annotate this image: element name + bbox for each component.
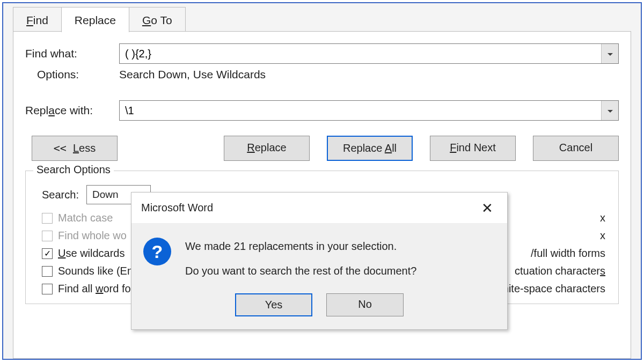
search-direction-label: Search: (42, 189, 79, 201)
replace-with-input[interactable] (120, 101, 601, 120)
confirmation-dialog: Microsoft Word ✕ ? We made 21 replacemen… (131, 192, 508, 330)
no-button[interactable]: No (326, 293, 404, 316)
find-what-dropdown[interactable] (601, 44, 618, 63)
find-next-button[interactable]: Find Next (430, 136, 516, 161)
match-case-checkbox (42, 213, 53, 224)
tab-find-ul: F (26, 14, 33, 26)
replace-with-dropdown[interactable] (601, 101, 618, 120)
whole-words-checkbox (42, 231, 53, 241)
tab-strip: Find Replace Go To (13, 3, 185, 32)
right-partial-3: /full width forms (531, 247, 605, 260)
less-button[interactable]: << Less (32, 136, 118, 161)
chevron-down-icon (608, 110, 613, 113)
dialog-message: We made 21 replacements in your selectio… (185, 238, 416, 279)
word-forms-checkbox[interactable] (42, 284, 53, 294)
replace-with-label: Replace with: (25, 104, 119, 117)
options-value: Search Down, Use Wildcards (119, 68, 266, 80)
check-icon: ✓ (44, 249, 51, 258)
question-icon: ? (143, 238, 171, 265)
dialog-titlebar: Microsoft Word ✕ (131, 193, 507, 224)
chevron-down-icon (608, 53, 613, 56)
find-what-label: Find what: (25, 47, 119, 60)
dialog-title: Microsoft Word (141, 202, 213, 214)
right-partial-1: x (600, 212, 605, 224)
sounds-like-checkbox[interactable] (42, 266, 53, 277)
cancel-button[interactable]: Cancel (533, 136, 619, 161)
use-wildcards-checkbox[interactable]: ✓ (42, 248, 53, 259)
find-what-combo[interactable] (119, 43, 619, 64)
search-options-legend: Search Options (33, 164, 114, 176)
replace-button[interactable]: Replace (224, 136, 310, 161)
replace-with-combo[interactable] (119, 100, 619, 121)
replace-all-button[interactable]: Replace All (327, 136, 413, 161)
right-partial-4: ctuation characters (515, 265, 605, 277)
close-icon[interactable]: ✕ (477, 199, 497, 217)
tab-find[interactable]: Find (13, 7, 62, 32)
button-row: << Less Replace Replace All Find Next Ca… (25, 136, 619, 161)
tab-replace[interactable]: Replace (61, 7, 129, 32)
right-partial-2: x (600, 230, 605, 242)
yes-button[interactable]: Yes (235, 293, 312, 316)
tab-goto[interactable]: Go To (129, 7, 186, 32)
find-what-input[interactable] (120, 44, 601, 63)
